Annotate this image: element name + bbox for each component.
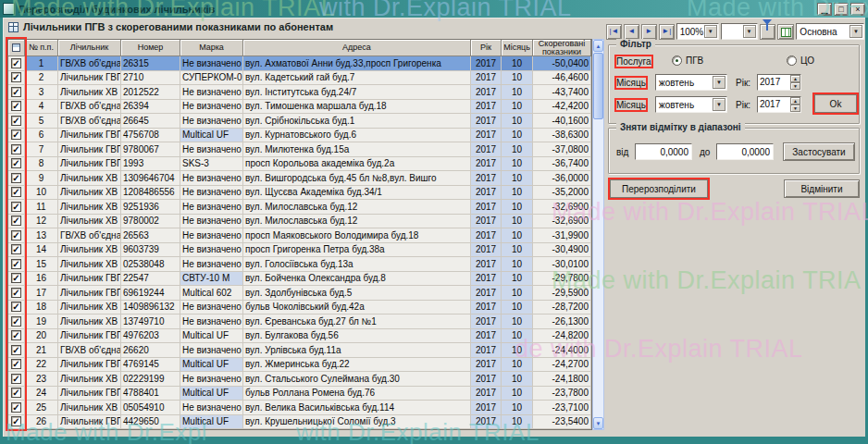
- title-bar[interactable]: Перерозподіл будинкових лічильників ▁ □ …: [0, 0, 868, 18]
- scrollbar-thumb[interactable]: [593, 53, 603, 119]
- table-row[interactable]: 25 Лічильник ХВ на 05054910 Не визначено…: [8, 401, 591, 415]
- redistribute-button[interactable]: Перерозподілити: [610, 179, 708, 198]
- table-row[interactable]: 26 Лічильник ГВП 4429650 Multical UF вул…: [8, 415, 591, 430]
- table-row[interactable]: 8 Лічильник ГВП 1993 SKS-3 просп Корольо…: [8, 157, 591, 172]
- col-header-month[interactable]: Місяць: [502, 40, 533, 56]
- filter-tool-button[interactable]: [760, 24, 776, 40]
- row-checkbox checkbox-checked-icon[interactable]: [11, 416, 21, 426]
- chevron-down-icon[interactable]: [713, 98, 725, 111]
- grid-tool-button[interactable]: [777, 24, 794, 40]
- year-spinner-2[interactable]: 2017: [757, 96, 801, 113]
- spin-up-icon[interactable]: [790, 75, 800, 82]
- cell-brand: Не визначено: [180, 257, 243, 272]
- spin-down-icon[interactable]: [790, 82, 800, 90]
- row-checkbox checkbox-checked-icon[interactable]: [11, 374, 21, 384]
- col-header-address[interactable]: Адреса: [243, 40, 471, 56]
- table-row[interactable]: 7 Лічильник ГВП 9780067 Не визначено вул…: [8, 142, 591, 157]
- scroll-down-icon[interactable]: [593, 417, 603, 429]
- ok-button[interactable]: Ok: [814, 94, 857, 113]
- layout-select[interactable]: [721, 23, 758, 40]
- row-checkbox checkbox-checked-icon[interactable]: [11, 359, 21, 369]
- table-row[interactable]: 24 Лічильник ГВП 4788401 Multical UF бул…: [8, 387, 591, 401]
- nav-first-button[interactable]: |◄: [606, 24, 622, 40]
- row-checkbox checkbox-checked-icon[interactable]: [11, 259, 21, 269]
- minimize-button[interactable]: ▁: [817, 3, 832, 16]
- table-row[interactable]: 5 ГВ/ХВ об'єднана 26645 Не визначено вул…: [8, 114, 591, 129]
- close-button[interactable]: ×: [850, 3, 865, 16]
- table-row[interactable]: 23 Лічильник ХВ на 02229199 Не визначено…: [8, 372, 591, 387]
- spin-up-icon[interactable]: [790, 97, 800, 105]
- scroll-up-icon[interactable]: [593, 40, 603, 52]
- table-row[interactable]: 1 ГВ/ХВ об'єднана 26315 Не визначено вул…: [8, 56, 591, 71]
- month-select-1[interactable]: жовтень: [655, 74, 727, 91]
- table-row[interactable]: 10 Лічильник ХВ на 1208486556 Не визначе…: [8, 186, 591, 201]
- row-checkbox checkbox-checked-icon[interactable]: [11, 101, 21, 111]
- service-co-radio[interactable]: ЦО: [787, 56, 814, 66]
- spin-down-icon[interactable]: [790, 105, 800, 112]
- row-checkbox checkbox-checked-icon[interactable]: [11, 58, 21, 68]
- table-row[interactable]: 22 Лічильник ГВП 4769145 Multical UF вул…: [8, 358, 591, 373]
- row-checkbox checkbox-checked-icon[interactable]: [11, 302, 21, 312]
- nav-prev-button[interactable]: ◄: [624, 24, 639, 40]
- table-row[interactable]: 17 Лічильник ГВП 69619244 Multical 602 в…: [8, 286, 591, 301]
- row-checkbox checkbox-checked-icon[interactable]: [11, 330, 21, 340]
- table-row[interactable]: 14 Лічильник ХВ на 9603739 Не визначено …: [8, 243, 591, 258]
- row-checkbox checkbox-checked-icon[interactable]: [11, 402, 21, 413]
- select-all-corner[interactable]: [8, 40, 25, 56]
- table-row[interactable]: 6 Лічильник ГВП 4756708 Multical UF вул.…: [8, 129, 591, 143]
- apply-button[interactable]: Застосувати: [783, 142, 855, 161]
- row-checkbox checkbox-checked-icon[interactable]: [11, 202, 21, 212]
- row-checkbox checkbox-checked-icon[interactable]: [11, 388, 21, 398]
- table-row[interactable]: 20 Лічильник ГВП 4976203 Multical UF вул…: [8, 329, 591, 344]
- row-checkbox checkbox-checked-icon[interactable]: [11, 87, 21, 97]
- table-row[interactable]: 11 Лічильник ХВ на 9251936 Не визначено …: [8, 200, 591, 215]
- row-checkbox checkbox-checked-icon[interactable]: [11, 216, 21, 226]
- table-scrollbar[interactable]: [592, 39, 604, 430]
- row-checkbox checkbox-checked-icon[interactable]: [11, 158, 21, 168]
- range-from-input[interactable]: [635, 143, 692, 160]
- table-row[interactable]: 19 Лічильник ХВ на 13749710 Не визначено…: [8, 314, 591, 329]
- table-row[interactable]: 18 Лічильник ХВ на 1409896132 Не визначе…: [8, 301, 591, 315]
- table-row[interactable]: 12 Лічильник ХВ на 9780002 Не визначено …: [8, 215, 591, 229]
- row-checkbox checkbox-checked-icon[interactable]: [11, 116, 21, 126]
- table-row[interactable]: 21 ГВ/ХВ об'єднана 26620 Не визначено ву…: [8, 343, 591, 358]
- col-header-number[interactable]: Номер: [121, 40, 180, 56]
- col-header-year[interactable]: Рік: [471, 40, 502, 56]
- view-select[interactable]: Основна: [796, 23, 864, 40]
- table-row[interactable]: 2 Лічильник ГВП 2710 СУПЕРКОМ-01і вул. К…: [8, 71, 591, 86]
- chevron-down-icon[interactable]: [713, 76, 725, 89]
- row-checkbox checkbox-checked-icon[interactable]: [11, 130, 21, 140]
- service-pgv-radio[interactable]: ПГВ: [672, 56, 703, 66]
- chevron-down-icon[interactable]: [743, 25, 756, 38]
- row-checkbox checkbox-checked-icon[interactable]: [11, 273, 21, 283]
- chevron-down-icon[interactable]: [704, 25, 717, 38]
- chevron-down-icon[interactable]: [849, 25, 862, 38]
- col-header-value[interactable]: Скореговані показники: [533, 40, 591, 56]
- table-row[interactable]: 3 Лічильник ХВ на 2012522 Не визначено в…: [8, 85, 591, 100]
- table-row[interactable]: 4 ГВ/ХВ об'єднана 26394 Не визначено вул…: [8, 100, 591, 115]
- row-checkbox checkbox-checked-icon[interactable]: [11, 187, 21, 197]
- row-checkbox checkbox-checked-icon[interactable]: [11, 345, 21, 355]
- row-checkbox checkbox-checked-icon[interactable]: [11, 72, 21, 82]
- nav-last-button[interactable]: ►|: [659, 24, 675, 40]
- month-select-2[interactable]: жовтень: [655, 96, 727, 113]
- col-header-num[interactable]: № п.п.: [25, 40, 58, 56]
- range-to-input[interactable]: [716, 143, 774, 160]
- table-row[interactable]: 16 Лічильник ГВП 22547 СВТУ-10 М вул. Бо…: [8, 272, 591, 287]
- table-row[interactable]: 15 Лічильник ХВ на 02538048 Не визначено…: [8, 257, 591, 272]
- table-row[interactable]: 13 ГВ/ХВ об'єднана 26563 Не визначено пр…: [8, 228, 591, 243]
- row-checkbox checkbox-checked-icon[interactable]: [11, 244, 21, 254]
- year-spinner-1[interactable]: 2017: [757, 74, 801, 91]
- col-header-meter[interactable]: Лічильник: [58, 40, 121, 56]
- row-checkbox checkbox-checked-icon[interactable]: [11, 316, 21, 327]
- col-header-brand[interactable]: Марка: [180, 40, 243, 56]
- row-checkbox checkbox-checked-icon[interactable]: [11, 230, 21, 240]
- row-checkbox checkbox-checked-icon[interactable]: [11, 173, 21, 183]
- row-checkbox checkbox-checked-icon[interactable]: [11, 288, 21, 298]
- table-row[interactable]: 9 Лічильник ХВ на 1309646704 Не визначен…: [8, 171, 591, 186]
- zoom-select[interactable]: 100%: [676, 23, 719, 40]
- maximize-button[interactable]: □: [834, 3, 849, 16]
- row-checkbox checkbox-checked-icon[interactable]: [11, 144, 21, 154]
- cancel-button[interactable]: Відмінити: [784, 179, 860, 198]
- nav-next-button[interactable]: ►: [641, 24, 657, 40]
